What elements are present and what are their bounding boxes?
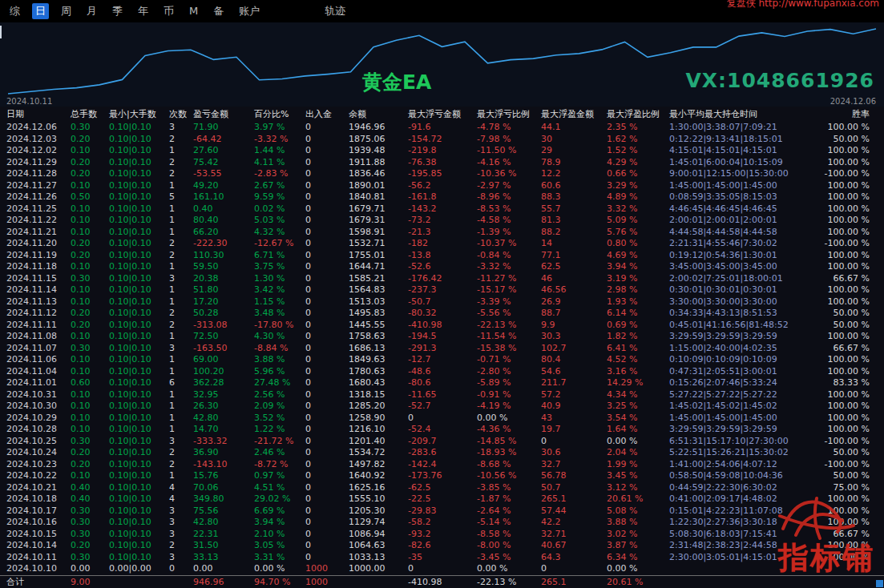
cell: -80.6 [402, 377, 470, 389]
table-row[interactable]: 2024.11.110.200.10|0.102-313.08-17.80 %0… [0, 320, 884, 332]
cell: 2024.11.28 [0, 168, 64, 180]
cell: 0.10|0.10 [103, 227, 163, 239]
menu-item-9[interactable]: 账户 [236, 3, 263, 19]
cell: 349.80 [187, 493, 248, 505]
table-row[interactable]: 2024.10.170.300.10|0.10375.566.69 %01205… [0, 505, 884, 518]
table-row[interactable]: 2024.11.250.100.10|0.1010.400.02 %01679.… [0, 203, 884, 215]
cell: 3 [163, 529, 187, 541]
cell: 1 [163, 470, 187, 482]
table-row[interactable]: 2024.11.070.300.10|0.103-163.50-8.84 %01… [0, 343, 884, 355]
table-row[interactable]: 2024.11.060.100.10|0.10169.003.88 %01849… [0, 354, 884, 366]
cell: -1.87 % [470, 493, 535, 505]
cell: 0 [535, 563, 600, 575]
cell: 1640.92 [342, 470, 402, 482]
cell: 100.00 % [823, 203, 884, 215]
table-row[interactable]: 2024.10.110.300.10|0.10333.133.31 %01033… [0, 552, 884, 564]
table-row[interactable]: 2024.11.040.100.10|0.101100.205.96 %0178… [0, 366, 884, 378]
cell: 2024.10.31 [0, 389, 64, 401]
cell: 1513.03 [342, 296, 402, 308]
table-row[interactable]: 2024.11.180.100.10|0.10159.503.75 %01644… [0, 261, 884, 273]
cell: -313.08 [187, 320, 248, 332]
menu-item-5[interactable]: 年 [135, 3, 151, 19]
cell: 2024.10.28 [0, 424, 64, 436]
table-row[interactable]: 2024.10.280.100.10|0.10114.701.22 %01216… [0, 424, 884, 436]
menu-item-6[interactable]: 币 [160, 3, 177, 19]
cell: 0.20 [64, 250, 103, 262]
table-row[interactable]: 2024.11.080.100.10|0.10172.504.30 %01758… [0, 331, 884, 343]
table-row[interactable]: 2024.11.200.200.10|0.102-222.30-12.67 %0… [0, 238, 884, 250]
cell: 0.10|0.10 [103, 413, 163, 425]
menu-item-7[interactable]: M [186, 3, 201, 19]
cell: 0.97 % [248, 470, 299, 482]
menu-item-1[interactable]: 日 [32, 3, 49, 19]
table-row[interactable]: 2024.10.240.200.10|0.10236.902.46 %01534… [0, 447, 884, 459]
table-row[interactable]: 2024.10.220.100.10|0.10115.760.97 %01640… [0, 470, 884, 482]
table-row[interactable]: 2024.12.020.100.10|0.10127.601.44 %01939… [0, 145, 884, 157]
table-row[interactable]: 2024.10.290.100.10|0.10142.803.52 %01258… [0, 413, 884, 425]
table-row[interactable]: 2024.11.290.200.10|0.10275.424.11 %01911… [0, 157, 884, 169]
brand-link[interactable]: 复盘侠 http://www.fupanxia.com [727, 0, 879, 10]
cell: 4.52 % [600, 354, 663, 366]
table-row[interactable]: 2024.11.140.100.10|0.10151.803.42 %01564… [0, 284, 884, 296]
table-row[interactable]: 2024.12.030.200.10|0.102-64.42-3.32 %018… [0, 134, 884, 146]
table-row[interactable]: 2024.11.270.100.10|0.10149.202.67 %01890… [0, 180, 884, 192]
cell: 4.32 % [248, 227, 299, 239]
cell: 1.62 % [600, 134, 663, 146]
menu-item-4[interactable]: 季 [109, 3, 126, 19]
table-row[interactable]: 2024.10.300.100.10|0.10126.302.09 %01285… [0, 401, 884, 413]
table-row[interactable]: 2024.10.250.300.10|0.103-333.32-21.72 %0… [0, 436, 884, 448]
table-row[interactable]: 2024.10.100.000.00|0.0000.000.00 %100010… [0, 563, 884, 575]
cell: -5.56 % [470, 308, 535, 320]
cell: 4.69 % [600, 250, 663, 262]
cell: 0.69 % [600, 320, 663, 332]
cell: -52.4 [402, 424, 470, 436]
cell: 1318.15 [342, 389, 402, 401]
table-row[interactable]: 2024.10.180.400.10|0.104349.8029.02 %015… [0, 493, 884, 505]
cell: 40.67 [535, 540, 600, 552]
cell: -3.32 % [248, 134, 299, 146]
cell: 46 [535, 273, 600, 285]
table-row[interactable]: 2024.10.160.300.10|0.10342.803.94 %01129… [0, 517, 884, 529]
table-row[interactable]: 2024.10.210.400.10|0.10470.064.51 %01625… [0, 482, 884, 494]
cell: 0.30 [64, 436, 103, 448]
cell: -283.6 [402, 447, 470, 459]
table-row[interactable]: 2024.11.260.500.10|0.105161.109.59 %0184… [0, 191, 884, 203]
cell: -7.98 % [470, 134, 535, 146]
table-row[interactable]: 2024.11.010.600.10|0.106362.2827.48 %016… [0, 377, 884, 389]
cell: 0.40 [64, 482, 103, 494]
table-row[interactable]: 2024.11.210.100.10|0.10166.204.32 %01598… [0, 227, 884, 239]
cell: 1 [163, 215, 187, 227]
menu-item-8[interactable]: 备 [210, 3, 227, 19]
menu-item-0[interactable]: 综 [6, 3, 23, 19]
table-row[interactable]: 2024.10.140.200.10|0.10231.503.05 %01064… [0, 540, 884, 552]
table-row[interactable]: 2024.11.120.200.10|0.10250.283.48 %01495… [0, 308, 884, 320]
table-total-row[interactable]: 合计9.00946.9694.70 %1000-410.98-22.13 %26… [0, 575, 884, 588]
table-row[interactable]: 2024.10.310.100.10|0.10132.952.56 %01318… [0, 389, 884, 401]
cell: 100.00 % [823, 215, 884, 227]
table-header-row: 日期总手数最小|大手数次数盈亏金额百分比%出入金余额最大浮亏金额最大浮亏比例最大… [0, 107, 884, 122]
table-row[interactable]: 2024.11.190.200.10|0.102110.306.71 %0175… [0, 250, 884, 262]
table-row[interactable]: 2024.11.220.100.10|0.10180.405.03 %01679… [0, 215, 884, 227]
table-row[interactable]: 2024.10.230.200.10|0.102-143.10-8.72 %01… [0, 459, 884, 471]
cell: 46.56 [535, 284, 600, 296]
cell: 0 [299, 482, 342, 494]
cell: 2024.11.21 [0, 227, 64, 239]
cell: 3.88 % [600, 517, 663, 529]
cell: 1564.83 [342, 284, 402, 296]
cell: 3.75 % [248, 261, 299, 273]
menu-item-2[interactable]: 周 [58, 3, 75, 19]
table-row[interactable]: 2024.10.150.300.10|0.10322.312.10 %01086… [0, 529, 884, 541]
table-row[interactable]: 2024.12.060.300.10|0.10371.903.97 %01946… [0, 122, 884, 134]
cell: -12.7 [402, 354, 470, 366]
cell: 100.00 % [823, 122, 884, 134]
cell: -161.8 [402, 191, 470, 203]
cell: -333.32 [187, 436, 248, 448]
menu-item-10[interactable]: 轨迹 [321, 3, 349, 19]
table-row[interactable]: 2024.11.280.200.10|0.102-53.55-2.83 %018… [0, 168, 884, 180]
table-row[interactable]: 2024.11.130.100.10|0.10117.201.15 %01513… [0, 296, 884, 308]
cell: 100.00 % [823, 284, 884, 296]
menu-item-3[interactable]: 月 [83, 3, 100, 19]
table-row[interactable]: 2024.11.150.300.10|0.10320.381.30 %01585… [0, 273, 884, 285]
cell: 3.97 % [248, 122, 299, 134]
cell: 0 [299, 273, 342, 285]
